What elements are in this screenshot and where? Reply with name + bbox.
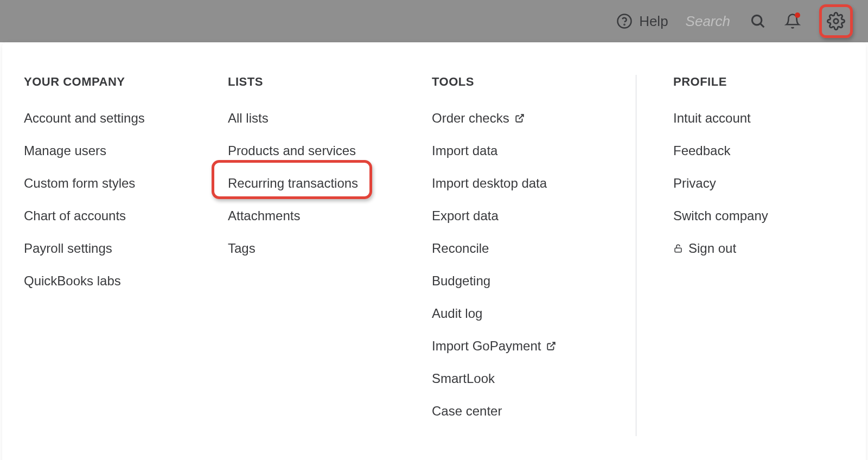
menu-item-smartlook[interactable]: SmartLook xyxy=(432,371,636,386)
heading-lists: LISTS xyxy=(228,75,432,89)
menu-item-custom-form-styles[interactable]: Custom form styles xyxy=(24,176,228,191)
menu-item-all-lists[interactable]: All lists xyxy=(228,111,432,126)
search-group[interactable]: Search xyxy=(686,13,766,30)
menu-item-export-data[interactable]: Export data xyxy=(432,208,636,223)
menu-item-products-and-services[interactable]: Products and services xyxy=(228,143,432,158)
help-label: Help xyxy=(639,13,668,30)
menu-item-privacy[interactable]: Privacy xyxy=(673,176,844,191)
menu-item-payroll-settings[interactable]: Payroll settings xyxy=(24,241,228,256)
search-placeholder: Search xyxy=(686,13,730,30)
svg-line-6 xyxy=(551,342,555,347)
help-icon xyxy=(616,13,633,29)
menu-item-order-checks[interactable]: Order checks xyxy=(432,111,636,126)
menu-item-case-center[interactable]: Case center xyxy=(432,404,636,419)
menu-item-import-data[interactable]: Import data xyxy=(432,143,636,158)
svg-point-1 xyxy=(624,24,625,25)
search-icon xyxy=(750,13,766,29)
svg-line-5 xyxy=(519,114,523,119)
menu-item-tags[interactable]: Tags xyxy=(228,241,432,256)
heading-profile: PROFILE xyxy=(673,75,844,89)
menu-item-switch-company[interactable]: Switch company xyxy=(673,208,844,223)
menu-item-audit-log[interactable]: Audit log xyxy=(432,306,636,321)
svg-point-4 xyxy=(834,19,839,24)
column-tools: TOOLS Order checks Import data Import de… xyxy=(432,75,636,436)
settings-mega-menu: YOUR COMPANY Account and settings Manage… xyxy=(2,42,866,460)
topbar: Help Search xyxy=(0,0,868,42)
heading-your-company: YOUR COMPANY xyxy=(24,75,228,89)
heading-tools: TOOLS xyxy=(432,75,636,89)
notification-dot xyxy=(795,12,800,18)
menu-item-import-desktop-data[interactable]: Import desktop data xyxy=(432,176,636,191)
settings-button[interactable] xyxy=(819,4,853,38)
menu-item-budgeting[interactable]: Budgeting xyxy=(432,273,636,289)
external-link-icon xyxy=(546,341,556,351)
menu-item-sign-out[interactable]: Sign out xyxy=(673,241,844,256)
menu-item-intuit-account[interactable]: Intuit account xyxy=(673,111,844,126)
menu-item-account-and-settings[interactable]: Account and settings xyxy=(24,111,228,126)
help-button[interactable]: Help xyxy=(616,13,668,30)
menu-item-manage-users[interactable]: Manage users xyxy=(24,143,228,158)
external-link-icon xyxy=(515,113,525,123)
column-your-company: YOUR COMPANY Account and settings Manage… xyxy=(24,75,228,436)
menu-item-attachments[interactable]: Attachments xyxy=(228,208,432,223)
svg-point-2 xyxy=(752,15,762,25)
menu-item-feedback[interactable]: Feedback xyxy=(673,143,844,158)
column-profile: PROFILE Intuit account Feedback Privacy … xyxy=(636,75,844,436)
menu-item-reconcile[interactable]: Reconcile xyxy=(432,241,636,256)
menu-item-recurring-transactions[interactable]: Recurring transactions xyxy=(228,176,432,191)
svg-line-3 xyxy=(760,23,764,27)
menu-item-quickbooks-labs[interactable]: QuickBooks labs xyxy=(24,273,228,289)
lock-open-icon xyxy=(673,243,683,254)
column-lists: LISTS All lists Products and services Re… xyxy=(228,75,432,436)
notifications-button[interactable] xyxy=(783,12,802,30)
gear-icon xyxy=(827,12,845,30)
menu-item-chart-of-accounts[interactable]: Chart of accounts xyxy=(24,208,228,223)
menu-item-import-gopayment[interactable]: Import GoPayment xyxy=(432,338,636,354)
svg-rect-7 xyxy=(675,248,681,252)
